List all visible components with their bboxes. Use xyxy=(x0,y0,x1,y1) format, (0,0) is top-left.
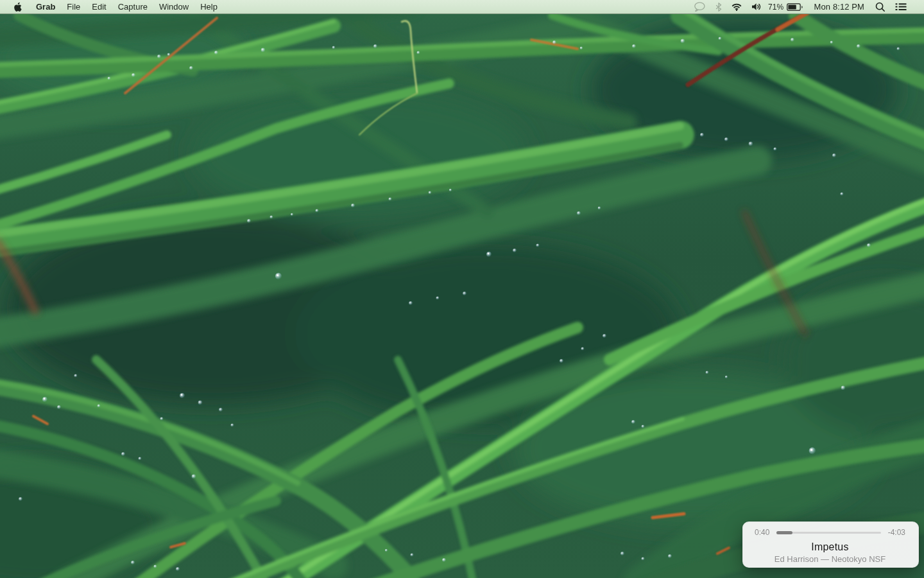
battery-percent: 71% xyxy=(768,3,784,12)
now-playing-widget[interactable]: 0:40 -4:03 Impetus Ed Harrison — Neotoky… xyxy=(742,521,919,568)
desktop: Grab File Edit Capture Window Help xyxy=(0,0,924,578)
track-artist-album: Ed Harrison — Neotokyo NSF xyxy=(755,554,905,564)
app-menu-grab[interactable]: Grab xyxy=(30,0,61,13)
notification-center-icon xyxy=(895,3,907,11)
spotlight-menu-item[interactable] xyxy=(870,0,890,13)
wifi-icon xyxy=(732,3,742,11)
volume-icon xyxy=(751,3,762,11)
menu-bar: Grab File Edit Capture Window Help xyxy=(0,0,924,14)
menu-file[interactable]: File xyxy=(61,0,86,13)
battery-menu-item[interactable]: 71% xyxy=(767,0,809,13)
menu-bar-status: 71% Mon 8:12 PM xyxy=(689,0,924,13)
menu-help[interactable]: Help xyxy=(194,0,223,13)
battery-icon xyxy=(787,3,803,11)
apple-menu[interactable] xyxy=(0,0,30,13)
chat-bubble-icon xyxy=(694,2,706,12)
volume-menu-item[interactable] xyxy=(746,0,767,13)
progress-fill xyxy=(776,531,792,534)
apple-icon xyxy=(13,2,22,12)
spotlight-icon xyxy=(875,2,886,12)
menu-bar-clock[interactable]: Mon 8:12 PM xyxy=(809,2,870,12)
menu-edit[interactable]: Edit xyxy=(86,0,112,13)
track-title: Impetus xyxy=(755,541,905,553)
menu-capture[interactable]: Capture xyxy=(112,0,153,13)
elapsed-time: 0:40 xyxy=(755,528,769,537)
wifi-menu-item[interactable] xyxy=(726,0,746,13)
chat-bubble-menu-item[interactable] xyxy=(689,0,710,13)
menu-window[interactable]: Window xyxy=(153,0,194,13)
wallpaper-image xyxy=(0,0,924,578)
remaining-time: -4:03 xyxy=(888,528,905,537)
bluetooth-icon xyxy=(715,3,722,12)
progress-slider[interactable] xyxy=(776,530,880,535)
notification-center-menu-item[interactable] xyxy=(890,0,911,13)
now-playing-progress-row: 0:40 -4:03 xyxy=(755,528,905,537)
bluetooth-menu-item[interactable] xyxy=(710,0,726,13)
progress-track xyxy=(776,532,880,534)
menu-bar-left: Grab File Edit Capture Window Help xyxy=(0,0,223,13)
